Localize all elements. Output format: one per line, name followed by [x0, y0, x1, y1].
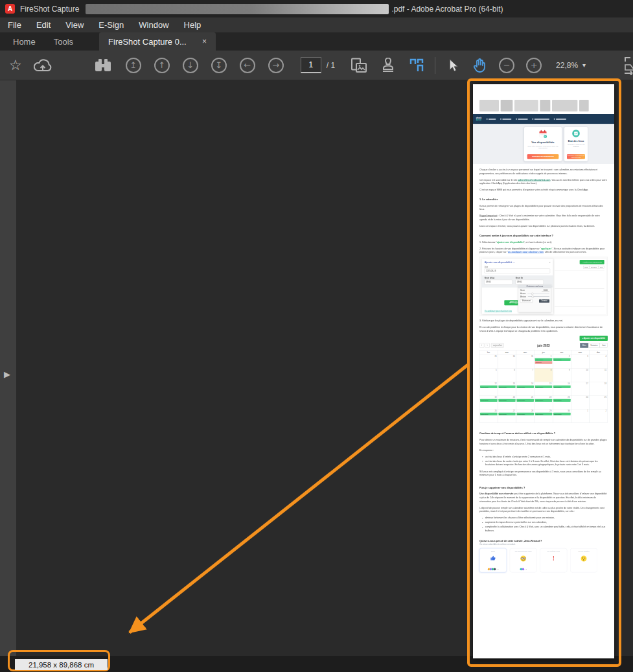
nerd-face-icon: [520, 555, 527, 562]
tab-home[interactable]: Home: [4, 32, 45, 51]
paragraph: 3. Vérifiez que les plages de disponibil…: [479, 319, 608, 323]
calendar-day-header: lun.: [479, 350, 498, 354]
start-time-label: Heure début: [485, 277, 512, 279]
calendar-date: 8: [551, 369, 552, 371]
calendar-event-bar: Disponibilité: [535, 413, 553, 415]
chevron-down-icon[interactable]: ▾: [582, 62, 586, 69]
document-canvas: ▶ check&visit: [0, 80, 633, 672]
calendar-date: 26: [494, 410, 496, 411]
calendar-cell: 30: [498, 354, 516, 368]
expand-pane-icon[interactable]: ▶: [4, 369, 10, 379]
webapp-body: Vos disponibilités Dans votre calendrier…: [473, 124, 614, 164]
menu-edit[interactable]: Edit: [36, 20, 51, 30]
calendar-event-bar: Disponibilité: [516, 413, 534, 415]
calendar-event-bar: Disponibilité: [480, 399, 498, 402]
view-switcher: MoisSemaineJour: [583, 266, 604, 268]
feedback-option-like: J'aime +5: [479, 548, 507, 572]
last-page-button[interactable]: ↧: [211, 58, 227, 73]
calendar-background-preview: + Ajouter une disponibilité MoisSemaineJ…: [553, 259, 606, 315]
pdf-page[interactable]: check&visit Vos disponibil: [473, 84, 614, 658]
calendar-date: 29: [549, 410, 551, 411]
calendar-cell: 11: [590, 368, 608, 382]
next-view-button[interactable]: →: [268, 58, 284, 73]
calendar-day-header: jeu.: [535, 350, 553, 354]
list-item: diminue fortement les chances d’être sél…: [485, 516, 608, 520]
modal-close-icon: ×: [549, 261, 551, 264]
previous-page-button[interactable]: ↑: [154, 58, 170, 73]
paragraph: Dans cet espace checker, vous pouvez ajo…: [479, 224, 608, 228]
favorites-star-icon[interactable]: ☆: [9, 57, 22, 73]
calendar-cell: 17: [571, 382, 590, 395]
nav-pane-strip[interactable]: ▶: [0, 80, 16, 656]
find-icon[interactable]: [95, 58, 111, 73]
paragraph: C’est un espace WEB qui vous permettra d…: [479, 188, 608, 192]
cloud-upload-icon[interactable]: [34, 58, 52, 73]
calendar-date: 21: [531, 396, 533, 398]
menu-window[interactable]: Window: [139, 20, 168, 30]
menu-esign[interactable]: E-Sign: [98, 20, 124, 30]
calendar-cell: 21Disponibilité: [516, 395, 535, 409]
tab-document[interactable]: FireShot Capture 0... ×: [99, 32, 216, 51]
redacted-filename: [86, 4, 389, 14]
webapp-nav-item: [487, 119, 496, 120]
webapp-navbar: check&visit: [473, 114, 614, 124]
menu-file[interactable]: File: [8, 20, 21, 30]
annotation-size-highlight: 21,958 x 89,868 cm: [8, 650, 110, 671]
first-page-button[interactable]: ↥: [126, 58, 141, 73]
calendar-cell: 5: [479, 368, 498, 382]
document-text: Combien de temps à l’avance doit-on défi…: [479, 432, 608, 533]
done-button: Terminé: [539, 299, 549, 303]
modal-header: Ajouter une disponibilité ⌄ ×: [485, 261, 551, 264]
webapp-nav-item: [516, 119, 528, 120]
feedback-section: Qu'avez-vous pensé de cette activité, Je…: [479, 540, 608, 572]
calendar-cell: 31: [516, 354, 535, 368]
create-availability-button: + Ajouter une disponibilité: [580, 260, 604, 264]
hand-tool-icon[interactable]: [472, 58, 487, 73]
calendar-cell: 23Disponibilité: [553, 395, 571, 409]
thinking-face-icon: [581, 555, 587, 562]
calendar-event-bar: Disponibilité: [480, 413, 498, 415]
redacted-heading: [479, 100, 589, 111]
calendar-cell: 24: [571, 395, 590, 409]
capture-tool-icon[interactable]: [409, 58, 424, 73]
paragraph: En cas de problème technique pour la cré…: [479, 325, 608, 332]
feedback-subtitle: Vos retours aident Alice à améliorer ce …: [479, 543, 608, 545]
resize-page-icon[interactable]: [621, 56, 633, 75]
zoom-level-dropdown[interactable]: 22,8%: [556, 61, 578, 70]
zoom-out-button[interactable]: −: [499, 58, 514, 73]
calendar-cell: 6: [498, 368, 516, 382]
hours-slider: [527, 294, 549, 294]
tab-tools[interactable]: Tools: [45, 32, 82, 51]
page-number-input[interactable]: 1: [301, 57, 321, 73]
webapp-nav-item: [500, 119, 511, 120]
calendar-site-link: calendrier.checkandvisit.com: [518, 178, 550, 181]
start-time-field: 09:00: [485, 280, 512, 284]
feedback-option-learned: J'ai appris quelque chose +1: [510, 548, 537, 572]
feedback-question: Qu'avez-vous pensé de cette activité, Je…: [479, 540, 608, 542]
add-availability-modal: Ajouter une disponibilité ⌄ × Date 2023-…: [482, 259, 553, 314]
menu-help[interactable]: Help: [184, 20, 201, 30]
card-button: Renseigner mes disponibilités: [527, 154, 558, 159]
close-icon[interactable]: ×: [202, 37, 207, 46]
page-view-icon[interactable]: [351, 58, 367, 73]
calendar-cell: 10: [571, 368, 590, 382]
previous-view-button[interactable]: ←: [240, 58, 255, 73]
calendar-cell: 29Disponibilité: [535, 409, 553, 423]
calendar-cell: 9: [553, 368, 571, 382]
calendar-day-header: sam.: [571, 350, 590, 354]
select-tool-icon[interactable]: [446, 58, 460, 73]
next-page-button[interactable]: ↓: [183, 58, 198, 73]
list-item: un état des lieux de sortie s’anticipe e…: [485, 459, 608, 467]
card-subtitle: Dans votre calendrier, vous pouvez gérer…: [526, 145, 560, 148]
zoom-in-button[interactable]: +: [526, 58, 542, 73]
stamp-icon[interactable]: [380, 58, 396, 73]
calendar-date: 30: [513, 355, 515, 357]
section-heading: Puis-je supprimer mes disponibilités ?: [479, 485, 608, 489]
menu-view[interactable]: View: [65, 20, 84, 30]
add-availability-button: + Ajouter une disponibilité: [579, 336, 608, 341]
calendar-date: 10: [586, 369, 588, 371]
date-label: Date: [485, 266, 551, 268]
thumbs-up-icon: [490, 555, 496, 562]
calendar-date: 16: [568, 382, 570, 384]
feedback-option-outdated: Ce n'est pas à jour: [540, 548, 567, 572]
